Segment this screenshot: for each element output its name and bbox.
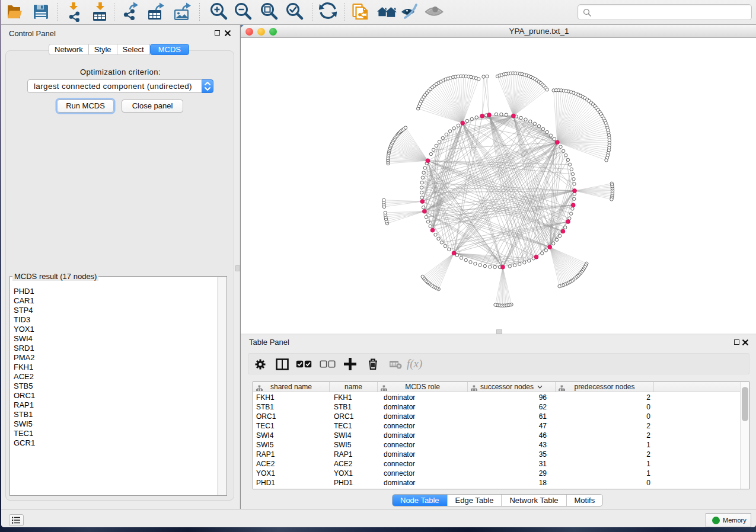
svg-text:f(x): f(x) (407, 358, 422, 370)
